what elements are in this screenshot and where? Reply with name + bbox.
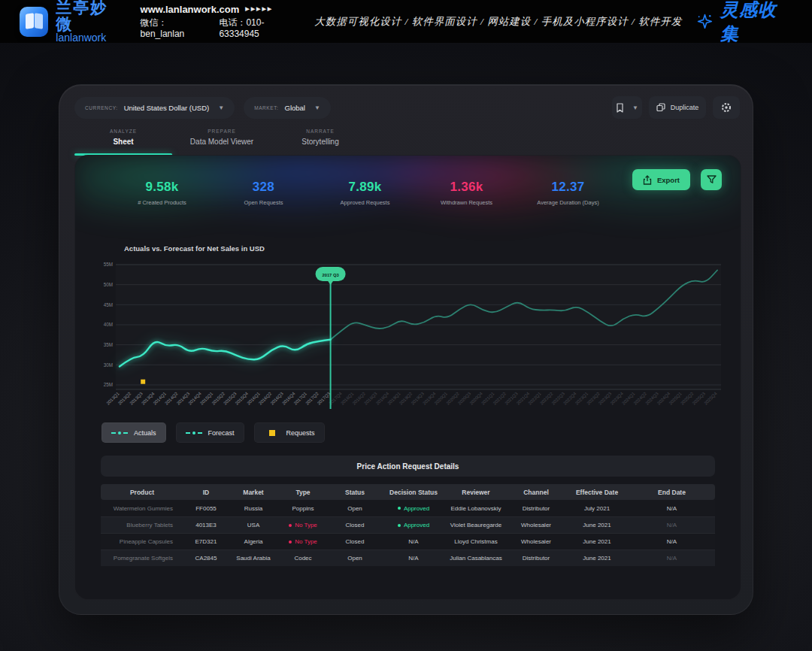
- table-cell: N/A: [382, 538, 445, 545]
- kpi-value: 7.89k: [348, 180, 381, 195]
- duplicate-button[interactable]: Duplicate: [649, 96, 706, 119]
- export-button[interactable]: Export: [632, 169, 690, 190]
- bookmark-menu-button[interactable]: ▼: [612, 96, 642, 119]
- kpi-item: 12.37Average Duration (Days): [517, 180, 619, 206]
- tab-label: Storytelling: [301, 138, 338, 146]
- svg-text:30M: 30M: [104, 362, 113, 368]
- kpi-item: 9.58k# Created Products: [111, 180, 213, 206]
- table-cell: Pineapple Capsules: [101, 538, 183, 545]
- filter-button[interactable]: [701, 169, 722, 190]
- currency-select[interactable]: CURRENCY: United States Dollar (USD) ▼: [74, 97, 235, 119]
- kpi-item: 328Open Requests: [213, 180, 314, 206]
- legend-item-forecast[interactable]: Forecast: [176, 422, 244, 443]
- kpi-value: 1.36k: [450, 180, 483, 195]
- table-cell: Violet Beauregarde: [445, 522, 507, 528]
- kpi-label: Approved Requests: [341, 199, 390, 206]
- settings-button[interactable]: [713, 96, 740, 119]
- legend-label: Requests: [286, 429, 315, 437]
- table-cell: Russia: [229, 505, 278, 512]
- table-cell: USA: [229, 522, 278, 528]
- table-cell: Approved: [382, 522, 445, 528]
- table-cell: 4013E3: [183, 522, 229, 528]
- kpi-value: 328: [253, 180, 274, 195]
- table-cell: E7D321: [183, 538, 229, 545]
- table-row[interactable]: Watermelon GummiesFF0055RussiaPoppinsOpe…: [101, 500, 715, 516]
- table-title: Price Action Request Details: [101, 456, 715, 477]
- column-header: Status: [328, 489, 382, 496]
- table-cell: Lloyd Christmas: [445, 538, 507, 545]
- column-header: Decision Status: [382, 489, 445, 496]
- table-cell: Watermelon Gummies: [101, 505, 183, 512]
- table-cell: Codec: [278, 555, 328, 562]
- brand-name-en: lanlanwork: [56, 32, 122, 44]
- table-cell: N/A: [629, 505, 715, 512]
- column-header: Product: [101, 489, 183, 496]
- market-select-label: MARKET:: [254, 105, 278, 111]
- status-dot-icon: [398, 524, 401, 527]
- table-row[interactable]: Blueberry Tablets4013E3USANo TypeClosedA…: [101, 516, 715, 533]
- tab-label: Sheet: [113, 138, 133, 146]
- table-cell: Open: [328, 555, 382, 562]
- tab-group-label: PREPARE: [208, 129, 236, 134]
- svg-text:2017 Q3: 2017 Q3: [322, 273, 339, 277]
- legend-item-requests[interactable]: Requests: [254, 422, 325, 443]
- kpi-label: Open Requests: [244, 199, 283, 206]
- table-cell: Poppins: [278, 505, 328, 512]
- table-cell: N/A: [629, 522, 715, 528]
- currency-select-value: United States Dollar (USD): [124, 104, 210, 112]
- chart-legend: ActualsForecastRequests: [102, 422, 325, 443]
- tab-sheet[interactable]: ANALYZE Sheet: [74, 124, 172, 156]
- tab-label: Data Model Viewer: [190, 138, 253, 146]
- tab-storytelling[interactable]: NARRATE Storytelling: [273, 124, 368, 156]
- svg-text:25M: 25M: [104, 382, 113, 387]
- market-select-value: Global: [285, 104, 305, 112]
- book-logo-icon: [20, 7, 48, 37]
- line-marker-icon: [186, 430, 202, 436]
- chevron-down-icon: ▼: [314, 104, 320, 111]
- view-tabs: ANALYZE Sheet PREPARE Data Model Viewer …: [74, 124, 368, 156]
- website-url: www.lanlanwork.com: [141, 4, 240, 16]
- table-cell: No Type: [278, 522, 328, 528]
- svg-text:40M: 40M: [104, 322, 113, 327]
- table-row[interactable]: Pomegranate SoftgelsCA2845Saudi ArabiaCo…: [101, 550, 715, 566]
- kpi-label: # Created Products: [138, 199, 186, 206]
- promo-banner: 兰亭妙微 lanlanwork www.lanlanwork.com ▶▶▶▶▶…: [0, 0, 812, 43]
- svg-text:50M: 50M: [104, 282, 113, 287]
- column-header: ID: [183, 489, 229, 496]
- tab-data-model-viewer[interactable]: PREPARE Data Model Viewer: [174, 124, 270, 156]
- table-cell: Approved: [382, 505, 445, 512]
- table-cell: N/A: [629, 538, 715, 545]
- market-select[interactable]: MARKET: Global ▼: [244, 97, 331, 119]
- kpi-row: 9.58k# Created Products328Open Requests7…: [111, 180, 619, 206]
- table-cell: Wholesaler: [507, 538, 565, 545]
- square-marker-icon: [264, 430, 280, 436]
- dashboard-card: CURRENCY: United States Dollar (USD) ▼ M…: [59, 84, 753, 615]
- status-dot-icon: [289, 524, 292, 527]
- column-header: Effective Date: [565, 489, 629, 496]
- column-header: End Date: [629, 489, 715, 496]
- table-cell: June 2021: [565, 522, 629, 528]
- services-list: 大数据可视化设计 / 软件界面设计 / 网站建设 / 手机及小程序设计 / 软件…: [314, 15, 682, 29]
- line-marker-icon: [111, 430, 128, 436]
- table-cell: Eddie Lobanovskiy: [445, 505, 507, 512]
- legend-label: Forecast: [208, 429, 235, 437]
- chart-title: Actuals vs. Forecast for Net Sales in US…: [124, 244, 265, 253]
- table-row[interactable]: Pineapple CapsulesE7D321AlgeriaNo TypeCl…: [101, 533, 715, 550]
- chevron-down-icon: ▼: [218, 104, 224, 111]
- table-cell: Saudi Arabia: [229, 555, 278, 562]
- kpi-value: 12.37: [551, 180, 584, 195]
- table-cell: July 2021: [565, 505, 629, 512]
- table-cell: Closed: [328, 522, 382, 528]
- sales-chart[interactable]: 55M50M45M40M35M30M25M2013Q12013Q22013Q32…: [95, 254, 730, 415]
- bookmark-icon: [616, 103, 624, 113]
- tab-group-label: ANALYZE: [110, 129, 137, 134]
- kpi-label: Withdrawn Requests: [441, 199, 492, 206]
- table-cell: Algeria: [229, 538, 278, 545]
- table-body: Watermelon GummiesFF0055RussiaPoppinsOpe…: [101, 500, 715, 566]
- copy-icon: [656, 103, 665, 112]
- column-header: Type: [278, 489, 328, 496]
- table-cell: N/A: [629, 555, 715, 562]
- export-button-label: Export: [657, 176, 680, 184]
- table-cell: Closed: [328, 538, 382, 545]
- legend-item-actuals[interactable]: Actuals: [102, 422, 166, 443]
